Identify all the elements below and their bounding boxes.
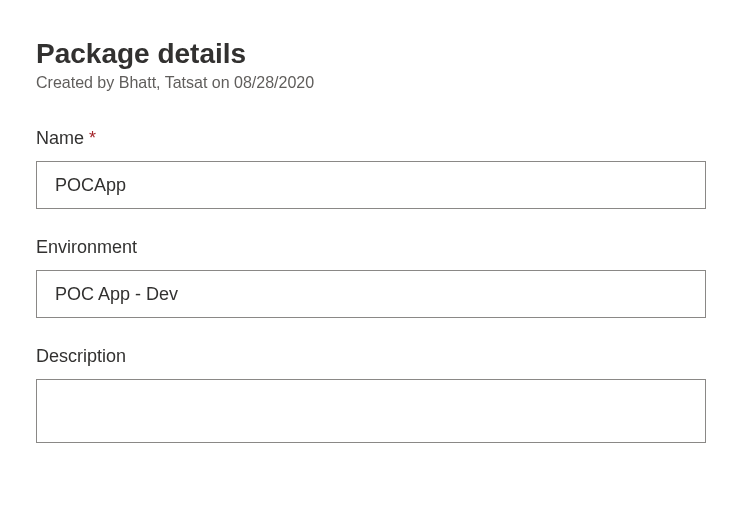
environment-label: Environment bbox=[36, 237, 706, 258]
environment-field-group: Environment bbox=[36, 237, 706, 318]
description-field-group: Description bbox=[36, 346, 706, 447]
name-label-text: Name bbox=[36, 128, 84, 148]
description-input[interactable] bbox=[36, 379, 706, 443]
name-label: Name * bbox=[36, 128, 706, 149]
environment-input[interactable] bbox=[36, 270, 706, 318]
created-by-subtitle: Created by Bhatt, Tatsat on 08/28/2020 bbox=[36, 74, 706, 92]
name-input[interactable] bbox=[36, 161, 706, 209]
page-title: Package details bbox=[36, 38, 706, 70]
description-label: Description bbox=[36, 346, 706, 367]
name-field-group: Name * bbox=[36, 128, 706, 209]
required-indicator: * bbox=[89, 128, 96, 148]
